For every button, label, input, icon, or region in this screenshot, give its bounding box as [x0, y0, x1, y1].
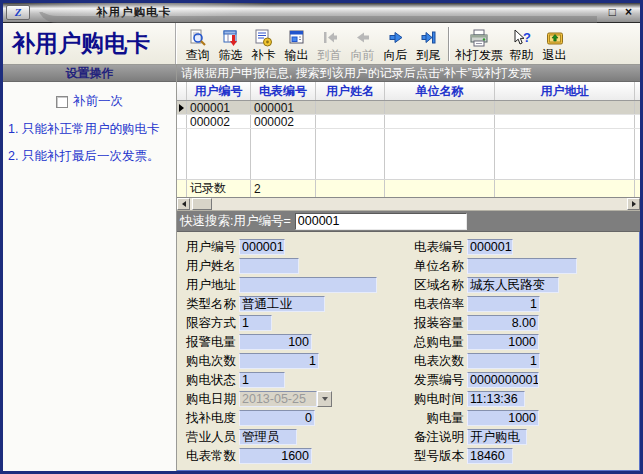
chevron-down-icon [322, 397, 328, 401]
quick-search-bar: 快速搜索:用户编号= [177, 211, 640, 232]
empty-cell [385, 129, 495, 179]
close-button[interactable]: × [625, 5, 632, 20]
go-next-button[interactable]: 向后 [379, 25, 412, 63]
meter-constant-field[interactable]: 1600 [239, 448, 312, 464]
exit-button[interactable]: 退出 [538, 25, 571, 63]
alarm-energy-field[interactable]: 100 [239, 334, 312, 350]
go-last-button[interactable]: 到尾 [412, 25, 445, 63]
quick-search-input[interactable] [295, 213, 467, 230]
maximize-button[interactable]: □ [609, 5, 616, 20]
selected-row-marker [177, 101, 187, 114]
scrollbar-thumb[interactable] [192, 198, 212, 210]
sidebar-note-2: 2. 只能补打最后一次发票。 [3, 137, 176, 164]
capacity-limit-mode-field[interactable]: 1 [239, 315, 272, 331]
exit-icon [545, 29, 565, 48]
footer-cell [385, 180, 495, 197]
go-prev-label: 向前 [351, 48, 375, 62]
purchase-status-label: 购电状态 [181, 372, 239, 389]
table-row[interactable]: 000001 000001 [177, 101, 640, 115]
cell-user-address [495, 101, 635, 114]
system-menu-icon[interactable]: Z [6, 5, 30, 20]
cell-unit-name [385, 101, 495, 114]
purchase-amount-field[interactable]: 1000 [467, 410, 539, 426]
grid-header-row: 用户编号 电表编号 用户姓名 单位名称 用户地址 [177, 82, 640, 101]
footer-cell [316, 180, 385, 197]
invoice-number-field[interactable]: 0000000001 [467, 372, 539, 388]
go-first-icon [320, 29, 340, 48]
scroll-left-button[interactable] [177, 198, 190, 210]
go-prev-button[interactable]: 向前 [346, 25, 379, 63]
output-label: 输出 [285, 48, 309, 62]
go-first-label: 到首 [318, 48, 342, 62]
operator-label: 营业人员 [181, 429, 239, 446]
reissue-previous-checkbox[interactable] [56, 96, 68, 108]
meter-ratio-field[interactable]: 1 [467, 296, 540, 312]
purchase-date-label: 购电日期 [181, 391, 239, 408]
area-name-label: 区域名称 [409, 277, 467, 294]
purchase-date-dropdown-button[interactable] [317, 391, 332, 407]
empty-cell [187, 129, 251, 179]
record-count-value: 2 [251, 180, 316, 197]
user-id-label: 用户编号 [181, 239, 239, 256]
output-button[interactable]: 输出 [280, 25, 313, 63]
table-row[interactable]: 000002 000002 [177, 115, 640, 129]
record-count-label: 记录数 [187, 180, 251, 197]
reprint-invoice-button[interactable]: 补打发票 [453, 25, 505, 63]
purchase-date-combo[interactable]: 2013-05-25 [239, 391, 332, 407]
scroll-left-icon [182, 201, 186, 207]
col-header-meter-id: 电表编号 [251, 82, 316, 100]
go-first-button[interactable]: 到首 [313, 25, 346, 63]
page-title: 补用户购电卡 [3, 23, 177, 64]
area-name-field[interactable]: 城东人民路变 [467, 277, 559, 293]
makeup-energy-field[interactable]: 0 [239, 410, 315, 426]
col-header-user-id: 用户编号 [187, 82, 251, 100]
model-version-field[interactable]: 18460 [467, 448, 513, 464]
capacity-limit-mode-label: 限容方式 [181, 315, 239, 332]
horizontal-scrollbar[interactable] [177, 198, 640, 211]
invoice-number-label: 发票编号 [409, 372, 467, 389]
user-address-label: 用户地址 [181, 277, 239, 294]
footer-cell [635, 180, 640, 197]
query-button[interactable]: 查询 [181, 25, 214, 63]
type-name-field[interactable]: 普通工业 [239, 296, 325, 312]
window-controls: □ × [609, 5, 632, 20]
remarks-field[interactable]: 开户购电 [467, 429, 527, 445]
total-purchased-field[interactable]: 1000 [467, 334, 539, 350]
user-name-field[interactable] [239, 258, 299, 274]
unit-name-field[interactable] [467, 258, 577, 274]
filter-button[interactable]: 筛选 [214, 25, 247, 63]
cell-clipped [635, 115, 640, 128]
col-header-unit-name: 单位名称 [385, 82, 495, 100]
cell-unit-name [385, 115, 495, 128]
app-window: Z 补用户购电卡 □ × 补用户购电卡 查询 [0, 0, 643, 474]
installed-capacity-field[interactable]: 8.00 [467, 315, 539, 331]
purchase-status-field[interactable]: 1 [239, 372, 285, 388]
titlebar: Z 补用户购电卡 □ × [3, 3, 640, 23]
help-button[interactable]: ? 帮助 [505, 25, 538, 63]
user-address-field[interactable] [239, 277, 377, 293]
col-header-user-address: 用户地址 [495, 82, 635, 100]
purchase-time-field[interactable]: 11:13:36 [467, 391, 525, 407]
meter-id-field[interactable]: 000001 [467, 239, 513, 255]
meter-count-field[interactable]: 1 [467, 353, 540, 369]
go-prev-icon [353, 29, 373, 48]
purchase-date-field: 2013-05-25 [239, 391, 317, 407]
reissue-card-button[interactable]: 补卡 [247, 25, 280, 63]
reissue-previous-checkbox-row[interactable]: 补前一次 [3, 93, 176, 110]
operator-field[interactable]: 管理员 [239, 429, 297, 445]
empty-cell [251, 129, 316, 179]
cell-meter-id: 000002 [251, 115, 316, 128]
reissue-card-label: 补卡 [252, 48, 276, 62]
purchase-count-label: 购电次数 [181, 353, 239, 370]
user-id-field[interactable]: 000001 [239, 239, 285, 255]
go-last-icon [419, 29, 439, 48]
purchase-count-field[interactable]: 1 [239, 353, 319, 369]
cell-meter-id: 000001 [251, 101, 316, 114]
svg-text:?: ? [523, 30, 531, 45]
scroll-right-button[interactable] [627, 198, 640, 210]
header-band: 补用户购电卡 查询 [3, 23, 640, 65]
form-column-left: 用户编号000001 用户姓名 用户地址 类型名称普通工业 限容方式1 报警电量… [181, 238, 409, 471]
reissue-previous-label: 补前一次 [73, 93, 123, 110]
sidebar: 设置操作 补前一次 1. 只能补正常用户的购电卡 2. 只能补打最后一次发票。 [3, 65, 177, 471]
form-column-right: 电表编号000001 单位名称 区域名称城东人民路变 电表倍率1 报装容量8.0… [409, 238, 638, 471]
